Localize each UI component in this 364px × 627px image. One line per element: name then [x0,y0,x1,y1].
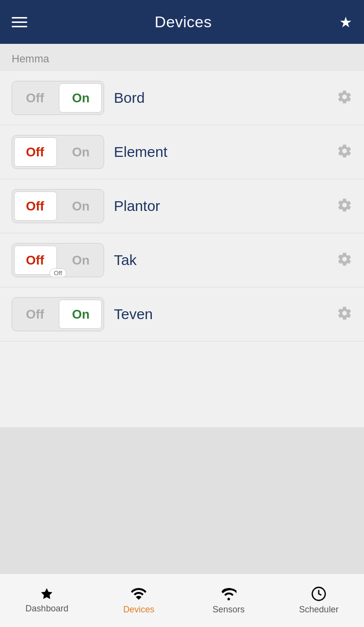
toggle-bord[interactable]: OffOn [12,81,104,115]
bottom-nav: Dashboard Devices Sensors Scheduler [0,573,364,627]
clock-icon [311,586,327,602]
device-item-element: OffOnElement [0,125,364,179]
device-name-plantor: Plantor [114,198,327,214]
toggle-on-element[interactable]: On [58,135,104,169]
device-item-plantor: OffOnPlantor [0,179,364,233]
nav-item-devices[interactable]: Devices [119,586,158,615]
toggle-on-plantor[interactable]: On [58,190,104,223]
gear-button-bord[interactable] [337,89,352,107]
device-list: OffOnBord OffOnElement OffOnPlantor OffO… [0,71,364,427]
app-header: Devices ★ [0,0,364,44]
device-item-teven: OffOnTeven [0,287,364,342]
toggle-tak[interactable]: OffOnOff [12,243,104,277]
toggle-element[interactable]: OffOn [12,135,104,169]
nav-label-sensors: Sensors [213,605,245,615]
gear-button-tak[interactable] [337,251,352,269]
toggle-off-teven[interactable]: Off [12,298,58,331]
nav-label-dashboard: Dashboard [25,604,68,614]
wifi-icon [131,586,146,602]
nav-item-dashboard[interactable]: Dashboard [25,587,68,614]
device-item-bord: OffOnBord [0,71,364,125]
gear-button-teven[interactable] [337,305,352,323]
gear-button-element[interactable] [337,143,352,161]
device-name-tak: Tak [114,252,327,268]
toggle-on-teven[interactable]: On [58,298,104,331]
nav-item-scheduler[interactable]: Scheduler [299,586,339,615]
section-label: Hemma [0,44,364,71]
toggle-teven[interactable]: OffOn [12,297,104,331]
toggle-off-plantor[interactable]: Off [12,190,58,223]
toggle-indicator: Off [49,268,66,277]
nav-label-scheduler: Scheduler [299,605,339,615]
empty-area [0,427,364,573]
nav-item-sensors[interactable]: Sensors [209,586,248,615]
toggle-off-bord[interactable]: Off [12,81,58,114]
toggle-off-element[interactable]: Off [12,135,58,169]
device-name-teven: Teven [114,306,327,323]
toggle-plantor[interactable]: OffOn [12,189,104,223]
nav-label-devices: Devices [123,605,154,615]
device-item-tak: OffOnOffTak [0,233,364,287]
sensors-icon [221,586,237,602]
favorites-button[interactable]: ★ [339,14,352,31]
device-name-element: Element [114,144,327,160]
menu-button[interactable] [12,17,27,27]
toggle-on-bord[interactable]: On [58,81,104,114]
star-icon [40,587,54,601]
device-name-bord: Bord [114,90,327,106]
gear-button-plantor[interactable] [337,197,352,215]
page-title: Devices [155,13,212,31]
